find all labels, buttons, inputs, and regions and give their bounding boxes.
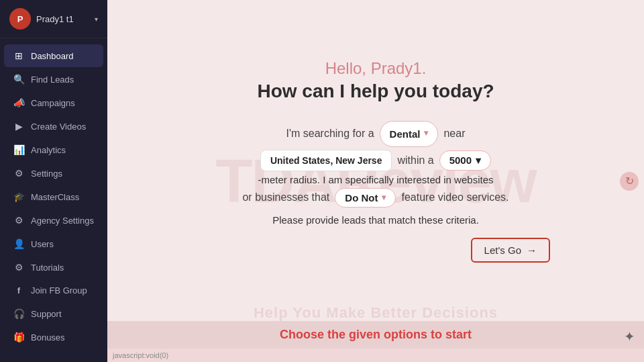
- sidebar-item-create-videos[interactable]: ▶ Create Videos: [4, 115, 103, 138]
- sidebar-item-campaigns[interactable]: 📣 Campaigns: [4, 91, 103, 114]
- dashboard-icon: ⊞: [13, 50, 24, 61]
- find-leads-icon: 🔍: [13, 74, 24, 85]
- radius-dropdown[interactable]: 5000 ▾: [439, 150, 491, 171]
- category-chevron-icon: ▾: [424, 126, 428, 141]
- sidebar-item-label: Users: [31, 239, 54, 249]
- sidebar-item-label: Bonuses: [31, 332, 65, 343]
- sidebar-item-tutorials[interactable]: ⚙ Tutorials: [4, 256, 103, 279]
- near-label: near: [443, 124, 465, 144]
- meter-text: -meter radius. I am specifically interes…: [258, 174, 494, 185]
- sidebar-item-support[interactable]: 🎧 Support: [4, 302, 103, 325]
- do-not-chevron-icon: ▾: [382, 193, 386, 202]
- sidebar-item-label: Analytics: [31, 145, 66, 155]
- masterclass-icon: 🎓: [13, 191, 24, 202]
- create-videos-icon: ▶: [13, 121, 24, 132]
- sidebar-item-join-fb-group[interactable]: f Join FB Group: [4, 279, 103, 302]
- refresh-icon-button[interactable]: ↻: [620, 172, 639, 191]
- category-dropdown[interactable]: Dental ▾: [380, 121, 439, 147]
- main-area: TDAReview Help You Make Better Decisions…: [107, 0, 644, 362]
- sidebar-item-label: Settings: [31, 169, 62, 179]
- location-dropdown[interactable]: United States, New Jerse: [260, 150, 392, 171]
- sidebar-item-label: MasterClass: [31, 192, 79, 202]
- do-not-dropdown[interactable]: Do Not ▾: [335, 188, 396, 208]
- sidebar-item-label: Campaigns: [31, 98, 75, 108]
- sidebar-header[interactable]: P Prady1 t1 ▾: [0, 0, 107, 38]
- sidebar-item-label: Agency Settings: [31, 216, 94, 226]
- support-icon: 🎧: [13, 308, 24, 319]
- radius-value: 5000: [449, 154, 472, 166]
- provides-text: Please provide leads that match these cr…: [272, 214, 479, 226]
- users-icon: 👤: [13, 238, 24, 249]
- sidebar-item-dashboard[interactable]: ⊞ Dashboard: [4, 44, 103, 67]
- bonuses-icon: 🎁: [13, 332, 24, 343]
- row4: or businesses that Do Not ▾ feature vide…: [242, 188, 508, 208]
- sidebar-item-bonuses[interactable]: 🎁 Bonuses: [4, 326, 103, 349]
- sidebar-item-settings[interactable]: ⚙ Settings: [4, 162, 103, 185]
- category-value: Dental: [390, 125, 421, 143]
- sidebar-item-label: Create Videos: [31, 122, 86, 132]
- arrow-right-icon: →: [527, 244, 537, 256]
- sidebar-item-label: Find Leads: [31, 75, 74, 85]
- openai-icon-button[interactable]: ✦: [620, 327, 639, 346]
- row3: -meter radius. I am specifically interes…: [258, 174, 494, 185]
- feature-label: feature video services.: [401, 191, 508, 203]
- sidebar-item-label: Join FB Group: [31, 285, 87, 296]
- sidebar-item-label: Dashboard: [31, 51, 74, 61]
- username-label: Prady1 t1: [36, 14, 89, 24]
- search-sentence: I'm searching for a Dental ▾ near: [286, 121, 466, 147]
- openai-icon: ✦: [624, 328, 635, 345]
- searching-for-label: I'm searching for a: [286, 124, 374, 144]
- sidebar-nav: ⊞ Dashboard 🔍 Find Leads 📣 Campaigns ▶ C…: [0, 38, 107, 362]
- agency-settings-icon: ⚙: [13, 215, 24, 226]
- bottom-hint-text: Choose the given options to start: [280, 328, 472, 341]
- analytics-icon: 📊: [13, 144, 24, 155]
- sidebar-item-label: Tutorials: [31, 263, 64, 273]
- status-text: javascript:void(0): [113, 351, 168, 359]
- businesses-label: or businesses that: [242, 191, 329, 203]
- row2: United States, New Jerse within a 5000 ▾: [260, 150, 491, 171]
- tutorials-icon: ⚙: [13, 262, 24, 273]
- sidebar-item-analytics[interactable]: 📊 Analytics: [4, 138, 103, 161]
- sidebar: P Prady1 t1 ▾ ⊞ Dashboard 🔍 Find Leads 📣…: [0, 0, 107, 362]
- sidebar-item-users[interactable]: 👤 Users: [4, 232, 103, 255]
- location-value: United States, New Jerse: [270, 155, 382, 166]
- avatar: P: [9, 8, 31, 30]
- do-not-value: Do Not: [345, 192, 378, 203]
- lets-go-label: Let's Go: [484, 244, 521, 256]
- sidebar-item-label: Support: [31, 309, 62, 319]
- lets-go-button[interactable]: Let's Go →: [471, 238, 550, 263]
- sidebar-item-agency-settings[interactable]: ⚙ Agency Settings: [4, 209, 103, 232]
- refresh-icon: ↻: [625, 175, 634, 187]
- within-label: within a: [397, 154, 433, 167]
- bottom-hint: Choose the given options to start: [107, 321, 644, 349]
- status-bar: javascript:void(0): [107, 349, 644, 362]
- radius-chevron-icon: ▾: [476, 154, 481, 167]
- campaigns-icon: 📣: [13, 97, 24, 108]
- sidebar-item-find-leads[interactable]: 🔍 Find Leads: [4, 68, 103, 91]
- main-content: Hello, Prady1. How can I help you today?…: [107, 0, 644, 321]
- lets-go-wrapper: Let's Go →: [134, 226, 617, 263]
- sidebar-item-masterclass[interactable]: 🎓 MasterClass: [4, 185, 103, 208]
- fb-icon: f: [13, 285, 24, 296]
- settings-icon: ⚙: [13, 168, 24, 179]
- main-title: How can I help you today?: [257, 81, 494, 102]
- greeting-text: Hello, Prady1.: [325, 59, 427, 78]
- user-menu-chevron: ▾: [95, 15, 98, 23]
